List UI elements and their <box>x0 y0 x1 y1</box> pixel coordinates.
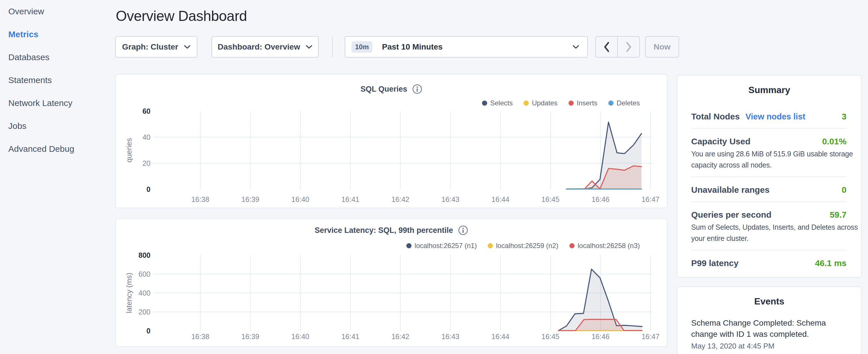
sidebar-item-statements[interactable]: Statements <box>0 69 115 92</box>
x-axis-tick-label: 16:40 <box>291 195 309 203</box>
sidebar: OverviewMetricsDatabasesStatementsNetwor… <box>0 0 115 354</box>
events-title: Events <box>677 287 861 307</box>
x-axis-tick-label: 16:38 <box>191 195 210 203</box>
summary-row-label: Capacity Used <box>691 136 750 147</box>
summary-row-head: Queries per second59.7 <box>691 209 846 221</box>
summary-row: Unavailable ranges0 <box>691 176 846 201</box>
summary-row-label: Total Nodes <box>691 111 740 122</box>
time-range-dropdown[interactable]: 10m Past 10 Minutes <box>345 36 588 58</box>
chart-plot-svg: 020040060080016:3816:3916:4016:4116:4216… <box>116 219 667 346</box>
chevron-down-icon <box>306 45 312 49</box>
summary-row-head: Unavailable ranges0 <box>691 184 846 196</box>
x-axis-tick-label: 16:44 <box>492 195 509 203</box>
y-axis-tick-label: 800 <box>138 251 150 259</box>
summary-row-value: 46.1 ms <box>815 257 846 269</box>
summary-row-value: 59.7 <box>830 209 846 221</box>
y-axis-tick-label: 0 <box>147 327 150 335</box>
x-axis-tick-label: 16:38 <box>191 332 210 341</box>
x-axis-tick-label: 16:45 <box>541 332 560 341</box>
x-axis-tick-label: 16:47 <box>642 195 660 203</box>
next-timespan-button[interactable] <box>617 37 639 57</box>
graph-select-label: Graph: Cluster <box>122 42 178 52</box>
sidebar-item-metrics[interactable]: Metrics <box>0 23 115 46</box>
y-axis-tick-label: 200 <box>138 308 150 316</box>
summary-row-description: You are using 28.6 MiB of 515.9 GiB usab… <box>691 148 859 171</box>
summary-row: Total NodesView nodes list3 <box>691 104 846 128</box>
x-axis-tick-label: 16:39 <box>241 195 259 203</box>
x-axis-tick-label: 16:43 <box>442 195 460 203</box>
page-title: Overview Dashboard <box>116 8 247 24</box>
summary-row-description: Sum of Selects, Updates, Inserts, and De… <box>691 222 859 244</box>
x-axis-tick-label: 16:47 <box>642 332 660 341</box>
summary-row: P99 latency46.1 ms <box>691 250 846 275</box>
y-axis-tick-label: 40 <box>143 133 150 141</box>
events-card: Events Schema Change Completed: Schema c… <box>677 286 862 354</box>
sidebar-item-network-latency[interactable]: Network Latency <box>0 92 115 115</box>
event-timestamp: May 13, 2020 at 4:45 PM <box>691 341 847 351</box>
sidebar-item-databases[interactable]: Databases <box>0 46 115 69</box>
event-item: Schema Change Completed: Schema change w… <box>691 317 847 351</box>
y-axis-title: latency (ms) <box>125 273 133 313</box>
chart-plot-svg: 020406016:3816:3916:4016:4116:4216:4316:… <box>116 74 667 207</box>
summary-row-label: P99 latency <box>691 257 739 269</box>
summary-rows: Total NodesView nodes list3Capacity Used… <box>677 104 861 275</box>
time-step-buttons <box>595 36 640 58</box>
event-message: Schema Change Completed: Schema change w… <box>691 317 829 340</box>
summary-row: Capacity Used0.01%You are using 28.6 MiB… <box>691 128 846 176</box>
dashboard-select-label: Dashboard: Overview <box>218 42 300 52</box>
x-axis-tick-label: 16:46 <box>591 332 610 341</box>
summary-row-value: 3 <box>842 111 846 122</box>
summary-row-head: P99 latency46.1 ms <box>691 257 846 269</box>
y-axis-tick-label: 600 <box>138 270 150 278</box>
sidebar-item-advanced-debug[interactable]: Advanced Debug <box>0 137 115 160</box>
graph-select-dropdown[interactable]: Graph: Cluster <box>115 36 197 58</box>
y-axis-title: queries <box>125 138 133 162</box>
x-axis-tick-label: 16:46 <box>591 195 610 203</box>
sidebar-item-jobs[interactable]: Jobs <box>0 115 115 137</box>
x-axis-tick-label: 16:42 <box>392 332 409 341</box>
summary-title: Summary <box>677 75 861 96</box>
now-button[interactable]: Now <box>645 36 679 58</box>
x-axis-tick-label: 16:41 <box>341 332 359 341</box>
x-axis-tick-label: 16:45 <box>541 195 560 203</box>
summary-row: Queries per second59.7Sum of Selects, Up… <box>691 201 846 250</box>
summary-row-label: Queries per second <box>691 209 771 221</box>
event-list: Schema Change Completed: Schema change w… <box>677 317 861 351</box>
sidebar-item-overview[interactable]: Overview <box>0 0 115 23</box>
sql-queries-chart-panel: SQL QueriesSelectsUpdatesInsertsDeletes0… <box>115 74 668 208</box>
x-axis-tick-label: 16:41 <box>341 195 359 203</box>
time-range-label: Past 10 Minutes <box>382 42 443 52</box>
sidebar-list: OverviewMetricsDatabasesStatementsNetwor… <box>0 0 115 160</box>
y-axis-tick-label: 400 <box>138 289 150 297</box>
chevron-left-icon <box>603 41 610 53</box>
y-axis-tick-label: 60 <box>143 107 150 115</box>
toolbar-divider <box>332 36 333 58</box>
summary-row-head: Total NodesView nodes list3 <box>691 111 846 122</box>
chevron-right-icon <box>626 41 632 53</box>
chevron-down-icon <box>572 45 579 49</box>
y-axis-tick-label: 0 <box>147 185 150 193</box>
time-range-badge: 10m <box>351 41 372 53</box>
x-axis-tick-label: 16:40 <box>291 332 309 341</box>
x-axis-tick-label: 16:42 <box>392 195 409 203</box>
x-axis-tick-label: 16:39 <box>241 332 259 341</box>
summary-row-value: 0.01% <box>822 136 846 147</box>
chevron-down-icon <box>184 45 191 49</box>
y-axis-tick-label: 20 <box>143 159 150 167</box>
summary-row-label: Unavailable ranges <box>691 184 769 196</box>
x-axis-tick-label: 16:43 <box>442 332 460 341</box>
x-axis-tick-label: 16:44 <box>492 332 509 341</box>
summary-card: Summary Total NodesView nodes list3Capac… <box>677 75 862 278</box>
summary-row-value: 0 <box>842 184 846 196</box>
dashboard-select-dropdown[interactable]: Dashboard: Overview <box>212 36 319 58</box>
summary-row-head: Capacity Used0.01% <box>691 136 846 147</box>
previous-timespan-button[interactable] <box>596 37 617 57</box>
service-latency-chart-panel: Service Latency: SQL, 99th percentileloc… <box>115 219 668 347</box>
view-nodes-list-link[interactable]: View nodes list <box>745 111 805 122</box>
